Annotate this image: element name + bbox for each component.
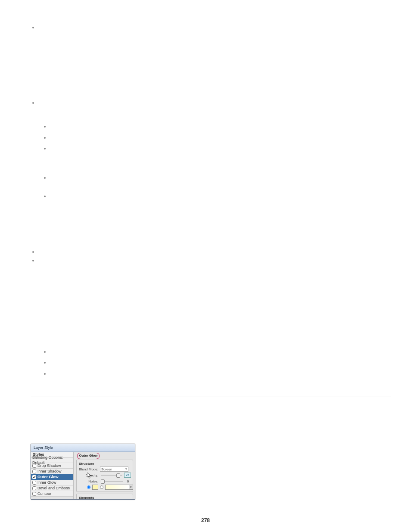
style-label: Inner Shadow <box>37 469 62 474</box>
chevron-down-icon: ▾ <box>125 467 127 471</box>
elements-group: Elements Technique: Softer ▾ <box>76 494 133 500</box>
style-settings-panel: Outer Glow Structure Blend Mode: Screen … <box>74 452 135 500</box>
style-outer-glow[interactable]: Outer Glow <box>31 474 73 480</box>
bullet <box>44 196 46 197</box>
gradient-swatch[interactable]: ▾ <box>105 485 130 490</box>
style-contour[interactable]: Contour <box>31 491 73 497</box>
opacity-thumb[interactable] <box>116 473 120 478</box>
style-label: Inner Glow <box>37 480 56 485</box>
bullet <box>32 27 34 28</box>
layer-style-dialog: Layer Style Styles Blending Options: Def… <box>31 444 135 500</box>
style-label: Contour <box>37 491 51 496</box>
dialog-title: Layer Style <box>31 444 135 452</box>
elements-legend: Elements <box>78 496 95 500</box>
style-label: Drop Shadow <box>37 463 61 468</box>
chevron-down-icon[interactable]: ▾ <box>129 485 133 490</box>
divider <box>31 396 391 396</box>
noise-value: 0 <box>125 479 131 483</box>
bullet <box>32 260 34 261</box>
opacity-label: Opacity: <box>78 473 98 477</box>
bullet <box>32 102 34 104</box>
bullet <box>32 251 34 253</box>
outer-glow-checkbox[interactable] <box>32 475 36 479</box>
noise-slider[interactable] <box>101 481 123 482</box>
style-label: Outer Glow <box>37 474 59 479</box>
opacity-slider[interactable] <box>101 475 122 476</box>
bevel-emboss-checkbox[interactable] <box>32 486 36 490</box>
panel-heading: Outer Glow <box>77 453 100 459</box>
noise-label: Noise: <box>78 479 98 483</box>
blend-mode-select[interactable]: Screen ▾ <box>100 467 128 472</box>
bullet <box>44 362 46 364</box>
blend-mode-value: Screen <box>101 467 112 471</box>
blend-mode-label: Blend Mode: <box>78 467 98 471</box>
drop-shadow-checkbox[interactable] <box>32 464 36 468</box>
structure-group: Structure Blend Mode: Screen ▾ Opacity: … <box>76 460 133 492</box>
bullet <box>44 373 46 375</box>
inner-glow-checkbox[interactable] <box>32 481 36 485</box>
style-blending-options[interactable]: Blending Options: Default <box>31 457 73 463</box>
style-bevel-emboss[interactable]: Bevel and Emboss <box>31 485 73 491</box>
style-inner-shadow[interactable]: Inner Shadow <box>31 469 73 474</box>
inner-shadow-checkbox[interactable] <box>32 470 36 473</box>
bullet <box>44 126 46 128</box>
bullet <box>44 148 46 149</box>
color-radio[interactable] <box>87 485 90 489</box>
styles-column: Styles Blending Options: Default Drop Sh… <box>31 452 74 500</box>
gradient-radio[interactable] <box>100 485 103 489</box>
color-swatch[interactable] <box>92 485 98 490</box>
page-number: 278 <box>0 517 411 523</box>
opacity-value[interactable]: 75 <box>124 473 131 478</box>
bullet <box>44 137 46 139</box>
contour-checkbox[interactable] <box>32 492 36 496</box>
structure-legend: Structure <box>78 462 95 466</box>
noise-thumb[interactable] <box>101 479 105 484</box>
style-inner-glow[interactable]: Inner Glow <box>31 480 73 485</box>
bullet <box>44 351 46 353</box>
style-label: Bevel and Emboss <box>37 485 70 491</box>
bullet <box>44 177 46 179</box>
